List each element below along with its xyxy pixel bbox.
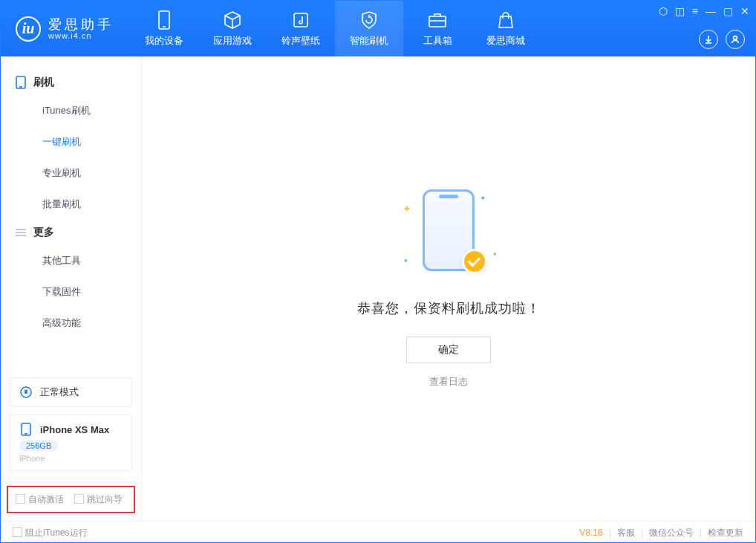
svg-point-13 [25, 391, 27, 394]
briefcase-icon [428, 10, 447, 30]
ok-button[interactable]: 确定 [406, 336, 491, 363]
sidebar-item-download-firmware[interactable]: 下载固件 [1, 276, 141, 308]
phone-outline-icon [16, 76, 26, 89]
sparkle-icon: ✦ [403, 203, 411, 215]
download-manager-button[interactable] [699, 30, 718, 49]
sidebar-group-more[interactable]: 更多 [1, 220, 141, 245]
sidebar-item-itunes-flash[interactable]: iTunes刷机 [1, 95, 141, 126]
sparkle-icon: ✦ [480, 194, 486, 202]
phone-icon [154, 10, 174, 30]
feedback-icon[interactable]: ◫ [675, 5, 685, 17]
device-capacity: 256GB [19, 440, 58, 451]
view-log-link[interactable]: 查看日志 [429, 375, 468, 388]
svg-point-6 [734, 36, 737, 40]
device-name: iPhone XS Max [40, 424, 109, 435]
footer-link-update[interactable]: 检查更新 [708, 527, 743, 539]
music-note-icon [291, 10, 310, 30]
cube-icon [223, 10, 242, 30]
sidebar-item-oneclick-flash[interactable]: 一键刷机 [1, 126, 141, 157]
close-button[interactable]: ✕ [740, 5, 749, 17]
options-highlight: 自动激活 跳过向导 [7, 486, 135, 513]
device-type: iPhone [19, 454, 123, 463]
sparkle-icon: ✦ [492, 251, 498, 258]
mode-label: 正常模式 [40, 386, 79, 399]
logo-icon: iu [16, 16, 41, 42]
sidebar-group-flash[interactable]: 刷机 [1, 70, 141, 95]
sidebar: 刷机 iTunes刷机 一键刷机 专业刷机 批量刷机 更多 其他工具 下载固件 … [1, 56, 142, 521]
nav-smart-flash[interactable]: 智能刷机 [335, 1, 403, 56]
device-card[interactable]: iPhone XS Max 256GB iPhone [10, 414, 132, 471]
main-content: ✦ ✦ ● ✦ 恭喜您，保资料刷机成功啦！ 确定 查看日志 [142, 56, 755, 521]
device-phone-icon [19, 423, 33, 436]
footer-link-support[interactable]: 客服 [617, 527, 635, 539]
skip-guide-checkbox[interactable]: 跳过向导 [74, 493, 123, 506]
nav-my-device[interactable]: 我的设备 [130, 1, 198, 56]
account-button[interactable] [726, 30, 745, 49]
success-illustration: ✦ ✦ ● ✦ [382, 189, 515, 279]
svg-rect-3 [429, 16, 446, 27]
check-badge-icon [462, 249, 487, 274]
auto-activate-checkbox[interactable]: 自动激活 [16, 493, 64, 506]
nav-toolbox[interactable]: 工具箱 [403, 1, 472, 56]
sidebar-item-batch-flash[interactable]: 批量刷机 [1, 189, 141, 220]
status-bar: 阻止iTunes运行 V8.16 | 客服 | 微信公众号 | 检查更新 [1, 521, 755, 543]
minimize-button[interactable]: — [706, 5, 716, 17]
success-message: 恭喜您，保资料刷机成功啦！ [357, 299, 541, 317]
mode-normal-icon [19, 386, 33, 399]
nav-store[interactable]: 爱思商城 [472, 1, 540, 56]
footer-link-wechat[interactable]: 微信公众号 [649, 527, 694, 539]
nav-ringtone-wallpaper[interactable]: 铃声壁纸 [267, 1, 335, 56]
app-name-cn: 爱思助手 [48, 18, 114, 31]
list-icon [16, 228, 26, 237]
block-itunes-checkbox[interactable]: 阻止iTunes运行 [13, 527, 88, 539]
shirt-icon[interactable]: ⬡ [659, 5, 668, 17]
sidebar-item-pro-flash[interactable]: 专业刷机 [1, 157, 141, 189]
sidebar-item-advanced[interactable]: 高级功能 [1, 308, 141, 339]
app-header: iu 爱思助手 www.i4.cn 我的设备 应用游戏 铃声壁纸 智能刷机 工具… [1, 1, 755, 56]
mode-card[interactable]: 正常模式 [10, 377, 132, 407]
logo[interactable]: iu 爱思助手 www.i4.cn [1, 1, 130, 56]
main-nav: 我的设备 应用游戏 铃声壁纸 智能刷机 工具箱 爱思商城 [130, 1, 540, 56]
app-name-en: www.i4.cn [48, 31, 114, 40]
sparkle-icon: ● [404, 257, 408, 264]
sidebar-item-other-tools[interactable]: 其他工具 [1, 245, 141, 276]
maximize-button[interactable]: ▢ [723, 5, 733, 17]
svg-rect-2 [294, 13, 307, 27]
nav-apps-games[interactable]: 应用游戏 [198, 1, 267, 56]
menu-icon[interactable]: ≡ [692, 5, 698, 17]
shopping-bag-icon [496, 10, 515, 30]
version-label: V8.16 [579, 527, 602, 538]
shield-refresh-icon [359, 10, 379, 30]
header-actions [699, 30, 745, 49]
window-controls: ⬡ ◫ ≡ — ▢ ✕ [659, 5, 749, 17]
